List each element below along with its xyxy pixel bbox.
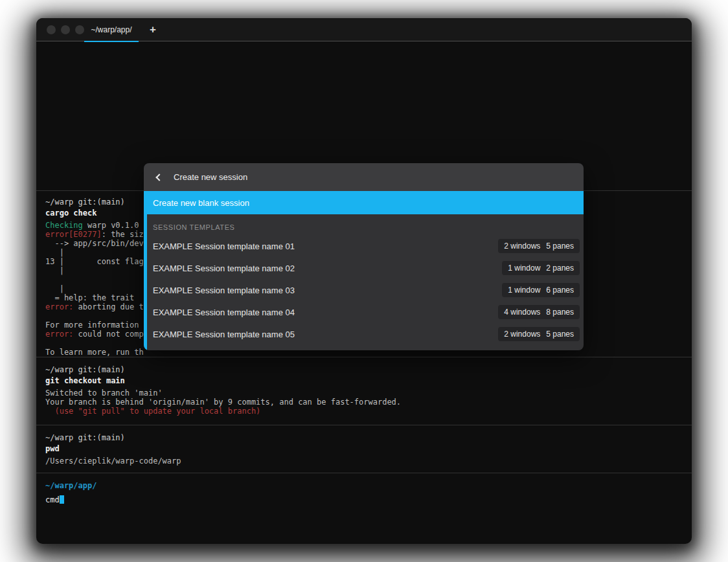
template-name: EXAMPLE Session template name 04	[153, 308, 295, 317]
create-blank-session-option[interactable]: Create new blank session	[144, 191, 584, 214]
terminal-line: ~/warp git:(main)	[45, 365, 683, 374]
terminal-window: ~/warp/app/ + ~/warp git:(main)cargo che…	[36, 18, 692, 544]
session-template-row[interactable]: EXAMPLE Session template name 052 window…	[144, 323, 584, 345]
maximize-window-button[interactable]	[75, 25, 84, 34]
terminal-text: error:	[45, 330, 73, 339]
terminal-text: ~/warp/app/	[45, 481, 97, 490]
terminal-text: : the siz	[102, 230, 144, 239]
terminal-line: (use "git pull" to update your local bra…	[45, 407, 683, 416]
terminal-text: --> app/src/bin/dev	[45, 239, 144, 248]
terminal-text: Switched to branch 'main'	[45, 388, 163, 398]
terminal-block: ~/warp git:(main)pwd/Users/cieplik/warp-…	[45, 425, 683, 473]
terminal-text: git checkout main	[45, 376, 125, 385]
terminal-text: aborting due t	[73, 302, 143, 311]
terminal-text: warp v0.1.0	[83, 221, 139, 230]
close-window-button[interactable]	[47, 25, 56, 34]
terminal-text: Checking	[45, 221, 83, 230]
template-size-badge: 2 windows5 panes	[498, 239, 580, 253]
template-size-badge: 4 windows8 panes	[498, 305, 580, 319]
panes-count: 5 panes	[546, 330, 574, 339]
selection-accent-strip	[144, 214, 147, 350]
panes-count: 8 panes	[546, 308, 574, 317]
template-size-badge: 1 window6 panes	[502, 283, 580, 297]
terminal-text: For more information	[45, 320, 139, 330]
section-label: SESSION TEMPLATES	[144, 214, 584, 235]
terminal-text: cmd	[45, 495, 60, 504]
terminal-line: ~/warp/app/	[45, 481, 683, 490]
terminal-text: ~/warp git:(main)	[45, 365, 125, 374]
terminal-line: Switched to branch 'main'	[45, 388, 683, 398]
tab-active[interactable]: ~/warp/app/	[84, 18, 139, 41]
windows-count: 1 window	[508, 286, 540, 295]
terminal-line: ~/warp git:(main)	[45, 433, 683, 442]
terminal-text: (use "git pull" to update your local bra…	[45, 407, 260, 416]
terminal-input-block[interactable]: ~/warp/app/cmd	[45, 473, 683, 504]
template-name: EXAMPLE Session template name 01	[153, 242, 295, 251]
terminal-text: ~/warp git:(main)	[45, 197, 125, 207]
create-session-modal: Create new session Create new blank sess…	[144, 163, 584, 350]
chevron-left-icon	[155, 174, 163, 181]
session-template-row[interactable]: EXAMPLE Session template name 031 window…	[144, 279, 584, 301]
windows-count: 2 windows	[504, 242, 540, 251]
terminal-text: Your branch is behind 'origin/main' by 9…	[45, 398, 401, 407]
terminal-line: /Users/cieplik/warp-code/warp	[45, 456, 683, 466]
terminal-text: To learn more, run th	[45, 348, 144, 357]
modal-title: Create new session	[174, 172, 247, 182]
terminal-text: |	[45, 284, 64, 293]
tab-title: ~/warp/app/	[91, 25, 131, 34]
terminal-line: pwd	[45, 444, 683, 453]
terminal-text: ~/warp git:(main)	[45, 433, 125, 442]
terminal-text: |	[45, 266, 64, 275]
terminal-block: ~/warp git:(main)git checkout mainSwitch…	[45, 357, 683, 425]
terminal-text: = help: the trait	[45, 293, 134, 302]
create-blank-session-label: Create new blank session	[153, 198, 249, 208]
titlebar: ~/warp/app/ +	[36, 18, 692, 41]
terminal-line: cmd	[45, 495, 683, 504]
template-name: EXAMPLE Session template name 02	[153, 264, 295, 273]
template-name: EXAMPLE Session template name 05	[153, 330, 295, 339]
panes-count: 2 panes	[546, 264, 574, 273]
plus-icon: +	[150, 23, 156, 36]
modal-header: Create new session	[144, 163, 584, 191]
terminal-text: error:	[45, 302, 73, 311]
terminal-text: could not comp	[73, 330, 143, 339]
traffic-lights	[47, 25, 84, 34]
windows-count: 2 windows	[504, 330, 540, 339]
terminal-text: |	[45, 248, 64, 257]
terminal-line: Your branch is behind 'origin/main' by 9…	[45, 398, 683, 407]
new-tab-button[interactable]: +	[144, 18, 162, 41]
session-template-row[interactable]: EXAMPLE Session template name 044 window…	[144, 301, 584, 323]
session-templates-panel: SESSION TEMPLATES EXAMPLE Session templa…	[144, 214, 584, 350]
template-name: EXAMPLE Session template name 03	[153, 286, 295, 295]
terminal-text: cargo check	[45, 208, 97, 218]
minimize-window-button[interactable]	[61, 25, 70, 34]
session-template-row[interactable]: EXAMPLE Session template name 021 window…	[144, 257, 584, 279]
panes-count: 6 panes	[546, 286, 574, 295]
text-cursor	[60, 495, 64, 504]
panes-count: 5 panes	[546, 242, 574, 251]
back-button[interactable]	[144, 163, 172, 191]
terminal-text: 13 | const flag_o	[45, 257, 153, 266]
template-size-badge: 2 windows5 panes	[498, 327, 580, 341]
terminal-text: pwd	[45, 444, 60, 453]
windows-count: 4 windows	[504, 308, 540, 317]
terminal-text: /Users/cieplik/warp-code/warp	[45, 456, 181, 466]
windows-count: 1 window	[508, 264, 540, 273]
session-template-row[interactable]: EXAMPLE Session template name 012 window…	[144, 235, 584, 257]
terminal-line: git checkout main	[45, 376, 683, 385]
template-size-badge: 1 window2 panes	[502, 261, 580, 275]
terminal-text: error[E0277]	[45, 230, 102, 239]
